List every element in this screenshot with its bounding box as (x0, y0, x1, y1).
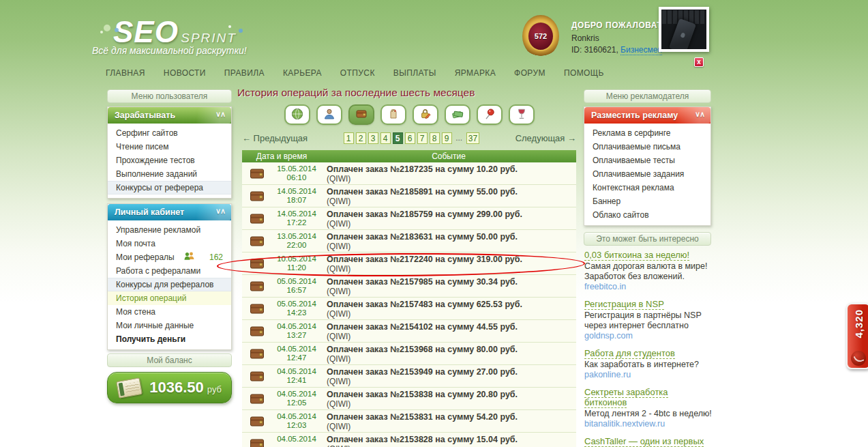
ad-title-link[interactable]: 0,03 биткоина за неделю! (584, 250, 689, 261)
row-method: (QIWI) (327, 399, 576, 409)
row-date: 05.05.2014 (272, 277, 321, 286)
nav-item-novosti[interactable]: НОВОСТИ (164, 68, 206, 78)
row-date: 04.05.2014 (272, 367, 321, 376)
sidebar-item-context-ads[interactable]: Контекстная реклама (584, 181, 710, 194)
filter-money-button[interactable] (445, 104, 470, 125)
nav-item-yarmarka[interactable]: ЯРМАРКА (455, 68, 496, 78)
sidebar-item-my-wall[interactable]: Моя стена (108, 305, 231, 319)
row-method: (QIWI) (327, 264, 576, 274)
table-row: 04.05.201412:03Оплачен заказ №2153831 на… (242, 410, 576, 433)
nav-item-vyplaty[interactable]: ВЫПЛАТЫ (393, 68, 436, 78)
wallet-row-icon (242, 207, 272, 229)
filter-bag-button[interactable] (380, 104, 406, 125)
sidebar-item-personal-data[interactable]: Мои личные данные (108, 319, 231, 332)
pagination-prev-link[interactable]: ← Предыдущая (242, 133, 308, 143)
page-number[interactable]: 6 (405, 132, 415, 144)
user-icon (323, 108, 335, 122)
row-method: (QIWI) (327, 219, 576, 229)
nav-item-pomosch[interactable]: ПОМОЩЬ (564, 68, 604, 78)
banknotes-icon (451, 108, 464, 122)
col-event-header: Событие (321, 152, 576, 161)
sidebar-item-site-cloud[interactable]: Облако сайтов (584, 208, 710, 222)
sidebar-item-referral-contests[interactable]: Конкурсы для рефералов (108, 278, 231, 291)
nav-item-karera[interactable]: КАРЬЕРА (283, 68, 322, 78)
row-method: (QIWI) (327, 174, 576, 184)
sidebar-item-operation-history[interactable]: История операций (108, 291, 231, 305)
table-row: 04.05.201413:27Оплачен заказ №2154102 на… (242, 320, 576, 343)
wallet-row-icon (242, 320, 272, 342)
sidebar-item-ad-management[interactable]: Управление рекламой (108, 223, 231, 237)
filter-user-button[interactable] (316, 104, 342, 125)
wallet-row-icon (242, 388, 272, 409)
filter-globe-button[interactable] (284, 104, 310, 125)
ad-url-link[interactable]: bitanalitik.nextview.ru (584, 419, 712, 429)
pagination-next-link[interactable]: Следующая → (515, 133, 576, 143)
place-ads-title-bar[interactable]: Разместить рекламу ∨∧ (584, 107, 710, 124)
profile-ad-photo[interactable] (659, 7, 709, 52)
table-header: Дата и время Событие (242, 150, 576, 162)
table-row: 13.05.201422:00Оплачен заказ №2183631 на… (242, 230, 576, 253)
row-method: (QIWI) (327, 332, 576, 341)
sidebar-item-tests[interactable]: Прохождение тестов (108, 154, 231, 167)
collapse-chevrons-icon[interactable]: ∨∧ (695, 110, 704, 119)
balance-header: Мой баланс (107, 354, 232, 367)
page-number[interactable]: 9 (442, 132, 452, 144)
ad-url-link[interactable]: freebitco.in (584, 282, 712, 292)
sidebar-item-referral-work[interactable]: Работа с рефералами (108, 264, 231, 278)
nav-item-pravila[interactable]: ПРАВИЛА (224, 68, 265, 78)
ad-title-link[interactable]: Работа для студентов (584, 348, 675, 359)
logo[interactable]: SEO SPRINT (113, 15, 237, 49)
row-method: (QIWI) (327, 197, 576, 206)
filter-glass-button[interactable] (509, 104, 535, 125)
balance-button[interactable]: 1036.50руб (107, 372, 232, 403)
sidebar-item-surf-ads[interactable]: Реклама в серфинге (584, 126, 710, 140)
collapse-chevrons-icon[interactable]: ∨∧ (215, 110, 225, 119)
page-number[interactable]: 37 (466, 132, 479, 144)
page-number[interactable]: 4 (380, 132, 391, 144)
earn-menu-title-bar[interactable]: Зарабатывать ∨∧ (108, 107, 231, 124)
nav-item-forum[interactable]: ФОРУМ (514, 68, 545, 78)
close-icon[interactable]: x (694, 57, 704, 67)
sidebar-item-my-referrals[interactable]: Мои рефералы 162 (108, 250, 231, 264)
page-number[interactable]: 3 (368, 132, 378, 144)
page-number[interactable]: 1 (344, 132, 354, 144)
collapse-chevrons-icon[interactable]: ∨∧ (215, 207, 225, 216)
sidebar-item-letters[interactable]: Чтение писем (108, 140, 231, 154)
ad-url-link[interactable]: pakonline.ru (584, 370, 712, 380)
sidebar-item-my-mail[interactable]: Моя почта (108, 237, 231, 250)
sidebar-item-paid-letters[interactable]: Оплачиваемые письма (584, 140, 710, 154)
page-number[interactable]: 2 (356, 132, 366, 144)
table-row: 04.05.201412:47Оплачен заказ №2153968 на… (242, 343, 576, 365)
logo-grass-decor (104, 25, 110, 31)
page-number[interactable]: 7 (417, 132, 428, 144)
sidebar-item-referrer-contests[interactable]: Конкурсы от реферера (108, 181, 231, 194)
sidebar-item-tasks[interactable]: Выполнение заданий (108, 167, 231, 181)
sidebar-item-banner[interactable]: Баннер (584, 194, 710, 208)
page-number[interactable]: 8 (430, 132, 440, 144)
balance-currency: руб (207, 384, 222, 394)
page-number-active[interactable]: 5 (393, 132, 403, 144)
ad-url-link[interactable]: goldnsp.com (584, 331, 712, 341)
rating-medal-value: 572 (527, 21, 554, 51)
wallet-row-icon (242, 298, 272, 319)
table-row: 05.05.201416:57Оплачен заказ №2157985 на… (242, 275, 576, 298)
ad-title-link[interactable]: Регистрация в NSP (584, 299, 664, 310)
cabinet-menu-title-bar[interactable]: Личный кабинет ∨∧ (108, 204, 231, 220)
row-event: Оплачен заказ №2153949 на сумму 27.00 ру… (327, 367, 576, 377)
share-counter-badge[interactable]: 4,320 (846, 303, 868, 369)
table-row: 14.05.201418:07Оплачен заказ №2185891 на… (242, 185, 576, 207)
ad-title-link[interactable]: CashTaller — один из первых (584, 436, 704, 447)
sidebar-item-paid-tasks[interactable]: Оплачиваемые задания (584, 167, 710, 181)
filter-pin-button[interactable] (477, 104, 503, 125)
filter-wallet-button[interactable] (348, 104, 374, 125)
sidebar-item-get-money[interactable]: Получить деньги (108, 332, 231, 346)
nav-item-otpusk[interactable]: ОТПУСК (340, 68, 375, 78)
row-event: Оплачен заказ №2153968 на сумму 80.00 ру… (327, 345, 576, 354)
sidebar-item-paid-tests[interactable]: Оплачиваемые тесты (584, 154, 710, 167)
user-status-link[interactable]: Бизнесмен (620, 45, 662, 55)
nav-item-glavnaya[interactable]: ГЛАВНАЯ (106, 68, 145, 78)
row-date: 04.05.2014 (272, 435, 321, 444)
sidebar-item-surfing[interactable]: Серфинг сайтов (108, 126, 231, 140)
filter-lock-button[interactable] (413, 104, 438, 125)
ad-title-link[interactable]: Сектреты заработка биткоинов (584, 387, 668, 408)
